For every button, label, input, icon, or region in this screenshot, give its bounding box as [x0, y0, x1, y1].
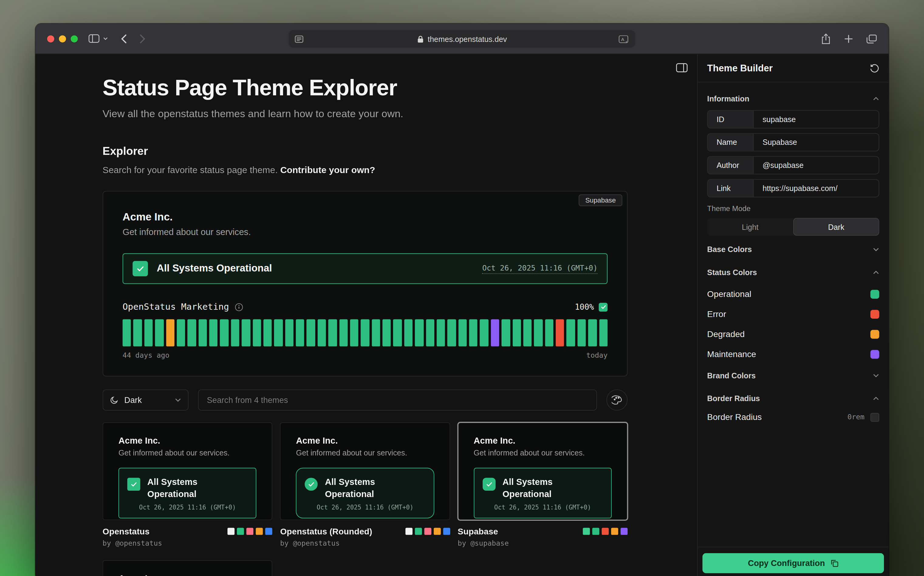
tab-overview-button[interactable] [866, 34, 877, 44]
tracker-bar[interactable] [372, 319, 380, 346]
color-label: Operational [707, 290, 751, 299]
info-value-input[interactable] [754, 180, 878, 197]
tracker-bar[interactable] [545, 319, 553, 346]
mode-dark-option[interactable]: Dark [793, 218, 879, 236]
section-brand-colors[interactable]: Brand Colors [707, 364, 879, 387]
zoom-window-button[interactable] [71, 35, 78, 42]
tracker-bar[interactable] [231, 319, 239, 346]
info-value-input[interactable] [754, 111, 878, 128]
theme-card-partial[interactable]: Acme Inc. Get informed about our service… [102, 560, 272, 576]
tracker-bar[interactable] [393, 319, 402, 346]
sidebar-toggle-button[interactable] [88, 34, 108, 43]
tracker-bar[interactable] [252, 319, 261, 346]
theme-card-openstatus-rounded[interactable]: Acme Inc. Get informed about our service… [280, 422, 450, 547]
active-theme-tag[interactable]: Supabase [579, 194, 622, 206]
card-company-subtitle: Get informed about our services. [296, 448, 434, 457]
status-timestamp[interactable]: Oct 26, 2025 11:16 (GMT+0) [482, 263, 598, 274]
tracker-bar[interactable] [512, 319, 521, 346]
theme-card-preview[interactable]: Acme Inc. Get informed about our service… [102, 422, 272, 520]
copy-configuration-button[interactable]: Copy Configuration [703, 553, 884, 573]
theme-builder-toggle-button[interactable] [676, 63, 688, 74]
theme-builder-button[interactable] [606, 389, 628, 411]
tracker-bar[interactable] [274, 319, 283, 346]
color-swatch[interactable] [871, 290, 879, 298]
tracker-bar[interactable] [588, 319, 597, 346]
tracker-bar[interactable] [469, 319, 477, 346]
section-status-colors[interactable]: Status Colors [707, 261, 879, 284]
tracker-bar[interactable] [123, 319, 131, 346]
minimize-window-button[interactable] [59, 35, 66, 42]
border-radius-input[interactable] [871, 413, 879, 421]
tracker-bar[interactable] [567, 319, 575, 346]
tracker-bar[interactable] [426, 319, 434, 346]
tracker-bar[interactable] [404, 319, 413, 346]
theme-card-supabase[interactable]: Acme Inc. Get informed about our service… [458, 422, 628, 547]
tracker-bar[interactable] [199, 319, 207, 346]
tracker-bar[interactable] [599, 319, 607, 346]
section-border-radius[interactable]: Border Radius [707, 387, 879, 410]
tracker-bar[interactable] [155, 319, 163, 346]
forward-icon [140, 34, 146, 43]
tracker-bar[interactable] [296, 319, 304, 346]
reader-icon[interactable] [295, 35, 303, 43]
tracker-bar[interactable] [317, 319, 326, 346]
copy-icon [830, 559, 838, 567]
contribute-link[interactable]: Contribute your own? [280, 165, 375, 175]
card-status-banner: All Systems Operational Oct 26, 2025 11:… [296, 467, 434, 518]
tracker-bar[interactable] [556, 319, 564, 346]
section-information[interactable]: Information [707, 87, 879, 110]
close-window-button[interactable] [47, 35, 54, 42]
tracker-bar[interactable] [242, 319, 250, 346]
theme-card-openstatus[interactable]: Acme Inc. Get informed about our service… [102, 422, 272, 547]
tracker-bar[interactable] [166, 319, 175, 346]
card-status-timestamp: Oct 26, 2025 11:16 (GMT+0) [127, 504, 248, 511]
info-label: ID [708, 111, 754, 128]
theme-mode-dropdown[interactable]: Dark [102, 389, 189, 411]
tracker-bar[interactable] [501, 319, 510, 346]
tracker-bar[interactable] [220, 319, 228, 346]
tracker-bar[interactable] [437, 319, 445, 346]
tracker-bar[interactable] [307, 319, 315, 346]
tracker-bar[interactable] [328, 319, 337, 346]
tracker-bar[interactable] [361, 319, 369, 346]
tracker-bar[interactable] [480, 319, 488, 346]
forward-button[interactable] [140, 34, 146, 43]
info-icon[interactable] [234, 302, 243, 311]
new-tab-button[interactable] [844, 34, 853, 44]
tracker-bar[interactable] [144, 319, 153, 346]
info-value-input[interactable] [754, 134, 878, 150]
tracker-bar[interactable] [534, 319, 543, 346]
tracker-bar[interactable] [263, 319, 272, 346]
color-swatch[interactable] [871, 310, 879, 318]
tracker-bar[interactable] [577, 319, 586, 346]
tracker-bar[interactable] [458, 319, 467, 346]
theme-card-preview[interactable]: Acme Inc. Get informed about our service… [280, 422, 450, 520]
theme-card-preview[interactable]: Acme Inc. Get informed about our service… [102, 560, 272, 576]
tracker-bar[interactable] [133, 319, 142, 346]
tracker-bar[interactable] [209, 319, 218, 346]
share-button[interactable] [821, 33, 831, 45]
tracker-bar[interactable] [447, 319, 456, 346]
tracker-bar[interactable] [177, 319, 185, 346]
address-bar[interactable]: themes.openstatus.dev Ax [289, 30, 636, 48]
theme-builder-title: Theme Builder [707, 63, 773, 74]
theme-search-input[interactable] [198, 389, 597, 411]
mode-light-option[interactable]: Light [707, 218, 793, 236]
tracker-bar[interactable] [350, 319, 359, 346]
info-value-input[interactable] [754, 157, 878, 174]
color-swatch[interactable] [871, 330, 879, 338]
tracker-bar[interactable] [524, 319, 532, 346]
back-button[interactable] [121, 34, 127, 43]
tracker-bar[interactable] [285, 319, 293, 346]
tracker-bar[interactable] [187, 319, 196, 346]
color-swatch[interactable] [871, 349, 879, 358]
tracker-bar[interactable] [491, 319, 500, 346]
reset-theme-button[interactable] [870, 64, 879, 73]
tracker-bar[interactable] [339, 319, 348, 346]
translate-icon[interactable]: Ax [619, 35, 629, 43]
section-base-colors[interactable]: Base Colors [707, 238, 879, 261]
theme-color-swatch [621, 528, 628, 535]
tracker-bar[interactable] [383, 319, 391, 346]
tracker-bar[interactable] [415, 319, 423, 346]
theme-card-preview-selected[interactable]: Acme Inc. Get informed about our service… [458, 422, 628, 520]
